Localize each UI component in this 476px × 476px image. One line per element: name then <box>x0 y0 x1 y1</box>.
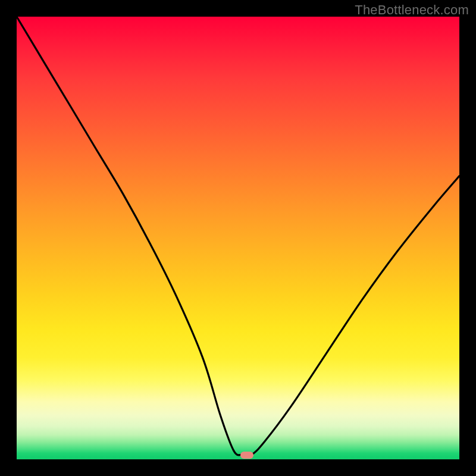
curve-path <box>17 17 459 456</box>
chart-frame: TheBottleneck.com <box>0 0 476 476</box>
optimal-marker <box>240 452 253 459</box>
bottleneck-curve <box>17 17 459 459</box>
watermark-text: TheBottleneck.com <box>355 2 469 18</box>
plot-area <box>17 17 459 459</box>
